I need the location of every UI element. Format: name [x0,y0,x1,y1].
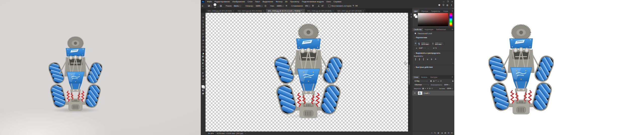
align-icon[interactable]: ╢ [422,58,425,60]
tool-hand-tool[interactable]: ❀ [201,75,205,78]
menu-item[interactable]: Подключаемые модули [301,1,325,3]
document-tab-img-0307[interactable]: IMG_0307.jpg @ 25% (RGB/8) × [336,9,366,13]
layer-fill-field[interactable]: 100%⌄ [446,87,454,90]
panel-tab-layers[interactable]: Слои [412,76,420,79]
brush-size-picker[interactable]: 25 [214,3,216,8]
y-field[interactable]: 643 пикс [434,43,444,45]
document-tab-img-0308[interactable]: IMG_0308.jpg @ 25% (RGB/8) × [206,9,236,13]
brush-settings-panel-icon[interactable]: ▤ [220,5,222,7]
menu-item[interactable]: Фильтр [274,1,284,3]
lock-pixels-icon[interactable]: ✑ [425,88,426,90]
layer-row[interactable]: ⊙ Слой 1 [412,91,455,96]
color-picker-marker[interactable] [418,13,420,15]
screen-mode-icon[interactable]: ▣ [201,92,205,95]
account-icon[interactable]: ☻ [438,4,440,6]
tab-close-icon[interactable]: × [333,10,334,12]
symmetry-icon[interactable]: ⋈ [355,5,358,7]
layer-opacity-field[interactable]: 100%⌄ [443,84,451,86]
panel-tab-color[interactable]: Цвет [412,10,419,13]
panel-tab-channels[interactable]: Каналы [420,76,429,79]
menu-item[interactable]: Текст [254,1,261,3]
angle-field[interactable]: 0,00° [418,47,427,49]
toolbar-collapse-icon[interactable]: » [203,13,204,15]
smart-object-filter-icon[interactable]: ⊡ [440,80,442,82]
tool-clone-stamp-tool[interactable]: ⊙ [201,45,205,48]
pressure-size-icon[interactable]: ✎ [352,5,354,7]
menu-item[interactable]: Файл [206,1,213,3]
align-icon[interactable]: ╟ [414,58,417,60]
tool-eyedropper-tool[interactable]: ✐ [201,35,205,39]
tool-type-tool[interactable]: T [201,68,205,71]
blend-mode-select[interactable]: Обычные⌄ [414,84,430,86]
tool-path-select-tool[interactable]: ► [201,71,205,75]
tool-history-brush-tool[interactable]: ↺ [201,48,205,52]
saturation-field[interactable] [418,13,448,26]
color-swatches[interactable] [202,85,205,89]
tool-edit-toolbar[interactable]: … [201,81,205,84]
close-button[interactable]: ✕ [450,1,454,3]
link-layers-icon[interactable]: ∞ [431,132,432,134]
airbrush-icon[interactable]: ≋ [286,5,288,7]
adjustment-filter-icon[interactable]: ◑ [433,80,434,82]
filter-toggle-icon[interactable]: ◉ [452,80,454,82]
align-icon[interactable]: ╧ [434,58,437,60]
minimize-button[interactable]: — [441,1,446,3]
layer-name[interactable]: Слой 1 [424,92,429,94]
flip-vertical-icon[interactable]: ⇅ [435,47,437,49]
document-tab-img-0301[interactable]: IMG_0301.jpg @ 25% (RGB/8) × [236,9,266,13]
search-icon[interactable]: Q [442,4,444,6]
panel-tab-gradients[interactable]: Градиенты [430,10,441,13]
menu-item[interactable]: Изображение [231,1,246,3]
status-menu-arrow[interactable]: › [245,132,246,134]
tool-healing-brush-tool[interactable]: ⊕ [201,39,205,42]
tool-dodge-tool[interactable]: ◐ [201,61,205,65]
scrollbar-thumb[interactable] [409,65,410,85]
align-more-button[interactable]: ... [452,62,454,64]
adjustment-layer-icon[interactable]: ◑ [441,132,443,134]
tool-marquee-tool[interactable]: ▢ [201,19,205,22]
smoothing-gear-icon[interactable]: ⚙ [312,5,314,7]
panel-background-swatch[interactable] [415,15,418,18]
restore-button[interactable]: ❐ [446,1,450,3]
layer-visibility-eye-icon[interactable]: ⊙ [413,92,417,94]
tool-frame-tool[interactable]: ◫ [201,32,205,35]
document-tab-img-0305[interactable]: IMG_0305.jpg @ 39,2% (Слой 1, RGB/8) * × [266,9,305,13]
color-panel-menu-icon[interactable]: ≡ [452,10,454,12]
tool-eraser-tool[interactable]: ◪ [201,52,205,55]
tool-lasso-tool[interactable]: ʓ [201,22,205,26]
layer-mask-icon[interactable]: ◧ [438,132,439,134]
menu-item[interactable]: 3D [284,1,289,3]
delete-layer-icon[interactable]: ⊟ [451,132,453,134]
align-icon[interactable]: ╫ [418,58,421,60]
menu-item[interactable]: Справка [332,1,342,3]
tab-close-icon[interactable]: × [302,10,303,12]
properties-panel-menu-icon[interactable]: ≡ [452,28,454,30]
mode-select[interactable]: Кисть⌄ [233,5,242,7]
panel-tab-properties[interactable]: Свойства [412,28,423,31]
hue-slider[interactable] [450,13,452,26]
tool-pen-tool[interactable]: ✒ [201,65,205,68]
share-icon[interactable]: ↥ [451,4,452,6]
pixel-filter-icon[interactable]: ▦ [430,80,432,82]
link-dimensions-icon[interactable]: 8 [414,40,417,47]
flow-field[interactable]: 100%⌄ [276,5,285,7]
flip-horizontal-icon[interactable]: ⇄ [433,47,434,49]
document-canvas[interactable] [206,13,408,131]
tool-quick-selection-tool[interactable]: ✶ [201,26,205,29]
tool-brush-tool[interactable]: ✑ [201,42,205,45]
quick-mask-icon[interactable]: ◧ [201,89,205,92]
tool-preset-picker[interactable]: ◪ ⌄ [207,4,213,7]
tool-blur-tool[interactable]: ◉ [201,58,205,61]
lock-artboard-icon[interactable]: ⊞ [429,88,431,90]
history-icon[interactable]: ↺ [411,14,412,15]
home-icon[interactable]: ⌂ [202,5,203,7]
panel-tab-swatches[interactable]: Образцы [419,10,430,13]
comments-icon[interactable]: ◗ [411,16,412,18]
lock-all-icon[interactable]: ⊓ [431,88,433,90]
tool-zoom-tool[interactable]: ⊘ [201,78,205,81]
tool-gradient-tool[interactable]: ◩ [201,55,205,58]
panel-tab-paths[interactable]: Контуры [429,76,439,79]
layers-panel-menu-icon[interactable]: ≡ [452,76,454,78]
new-layer-icon[interactable]: ⊞ [448,132,449,134]
align-icon[interactable]: ╪ [430,58,433,60]
